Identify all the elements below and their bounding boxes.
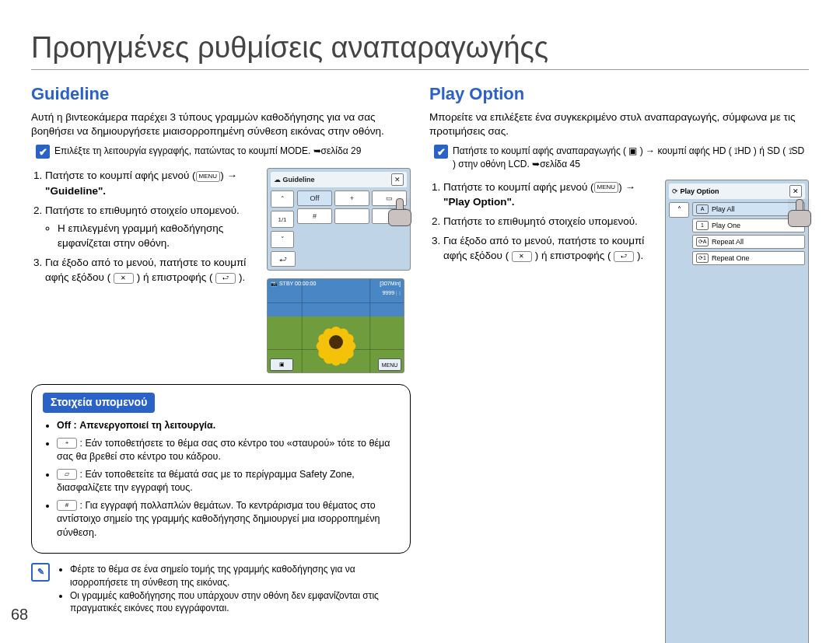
two-columns: Guideline Αυτή η βιντεοκάμερα παρέχει 3 … — [31, 84, 809, 643]
note-2: Οι γραμμές καθοδήγησης που υπάρχουν στην… — [70, 589, 411, 616]
preview-thumb-button[interactable]: ▣ — [270, 358, 293, 371]
step3c: ). — [239, 271, 245, 283]
play-option-intro: Μπορείτε να επιλέξετε ένα συγκεκριμένο σ… — [429, 110, 809, 138]
preview-menu-button[interactable]: MENU — [378, 358, 401, 371]
submenu-badge: Στοιχεία υπομενού — [43, 393, 155, 413]
cell-grid[interactable]: # — [297, 208, 332, 224]
sunflower-illustration — [315, 316, 357, 358]
hand-cursor-icon — [788, 199, 811, 227]
lcd-close-button[interactable]: ✕ — [391, 173, 404, 186]
lcd-back-button[interactable]: ⮐ — [271, 251, 296, 267]
play-steps: Πατήστε το κουμπί αφής μενού (MENU) → "P… — [429, 180, 657, 643]
lcd-title-row: ☁ Guideline ✕ — [271, 172, 407, 187]
menu-icon: MENU — [594, 182, 619, 193]
lcd-pager: 1/1 — [271, 211, 294, 228]
play-lcd-up[interactable]: ˄ — [669, 202, 689, 218]
page-number: 68 — [11, 606, 28, 624]
guideline-intro: Αυτή η βιντεοκάμερα παρέχει 3 τύπους γρα… — [31, 110, 411, 138]
close-icon: ✕ — [512, 251, 532, 262]
step1-text: Πατήστε το κουμπί αφής μενού — [45, 169, 189, 181]
mode-note-text: Επιλέξτε τη λειτουργία εγγραφής, πατώντα… — [54, 145, 361, 157]
guideline-steps: Πατήστε το κουμπί αφής μενού (MENU) → "G… — [31, 168, 259, 373]
pstep3b: ) ή επιστροφής ( — [535, 250, 611, 261]
guideline-notes: ✎ Φέρτε το θέμα σε ένα σημείο τομής της … — [31, 563, 411, 615]
check-icon: ✔ — [36, 145, 50, 159]
lcd-title: Guideline — [283, 176, 315, 183]
play-lcd-title: Play Option — [681, 187, 719, 195]
back-icon: ⮐ — [614, 251, 634, 262]
off-item: Off : Απενεργοποιεί τη λειτουργία. — [57, 420, 215, 431]
step3b: ) ή επιστροφής ( — [137, 271, 213, 283]
hand-cursor-icon — [388, 198, 411, 226]
guideline-submenu: Στοιχεία υπομενού Off : Απενεργοποιεί τη… — [31, 384, 411, 554]
lcd-down-button[interactable]: ˅ — [271, 231, 294, 248]
back-icon: ⮐ — [215, 273, 236, 284]
cross-item: : Εάν τοποθετήσετε το θέμα σας στο κέντρ… — [57, 438, 390, 463]
grid-item: : Για εγγραφή πολλαπλών θεμάτων. Το κεντ… — [57, 500, 380, 538]
play-option-lcd: ⟳ Play Option ✕ ˄ 1/1 ˅ APlay All 1Play … — [665, 180, 809, 643]
play-mode-note-text: Πατήστε το κουμπί αφής αναπαραγωγής ( ▣ … — [453, 145, 809, 169]
guideline-section: Guideline Αυτή η βιντεοκάμερα παρέχει 3 … — [31, 84, 411, 643]
pstep1a: Πατήστε το κουμπί αφής μενού — [443, 181, 587, 193]
note-icon: ✎ — [31, 563, 50, 582]
page-title: Προηγμένες ρυθμίσεις αναπαραγωγήςς — [31, 31, 809, 70]
guideline-steps-row: Πατήστε το κουμπί αφής μενού (MENU) → "G… — [31, 168, 411, 373]
lcd-up-button[interactable]: ˄ — [271, 190, 294, 208]
guideline-preview: 📷 STBY 00:00:00 [307Min] 9999 🀆 — [267, 278, 404, 373]
manual-page: Προηγμένες ρυθμίσεις αναπαραγωγήςς Guide… — [0, 0, 840, 643]
check-icon: ✔ — [434, 145, 448, 159]
step2-text: Πατήστε το επιθυμητό στοιχείο υπομενού. — [45, 204, 240, 216]
pstep2: Πατήστε το επιθυμητό στοιχείο υπομενού. — [443, 214, 657, 229]
cell-cross[interactable]: + — [334, 190, 369, 206]
play-option-section: Play Option Μπορείτε να επιλέξετε ένα συ… — [429, 84, 809, 643]
step2-sub: Η επιλεγμένη γραμμή καθοδήγησης εμφανίζε… — [58, 221, 259, 250]
guideline-lcd: ☁ Guideline ✕ ˄ 1/1 ˅ Off + — [267, 168, 411, 271]
pstep3c: ). — [637, 250, 643, 261]
cell-off[interactable]: Off — [297, 190, 332, 206]
play-lcd-close[interactable]: ✕ — [789, 185, 802, 197]
cross-icon: + — [57, 438, 77, 449]
close-icon: ✕ — [114, 273, 134, 284]
safety-item: : Εάν τοποθετείτε τα θέματά σας με το πε… — [57, 469, 355, 494]
play-steps-row: Πατήστε το κουμπί αφής μενού (MENU) → "P… — [429, 180, 809, 643]
guideline-heading: Guideline — [31, 84, 411, 104]
guideline-previews: ☁ Guideline ✕ ˄ 1/1 ˅ Off + — [267, 168, 411, 373]
grid-icon: # — [57, 500, 77, 511]
menu-icon: MENU — [196, 171, 221, 182]
note-1: Φέρτε το θέμα σε ένα σημείο τομής της γρ… — [70, 563, 411, 589]
preview-bottom-row: ▣ MENU — [270, 358, 401, 371]
play-option-heading: Play Option — [429, 84, 809, 104]
cell-empty1 — [334, 208, 369, 224]
play-lcd-pager: 1/1 — [669, 221, 840, 643]
mode-note: ✔ Επιλέξτε τη λειτουργία εγγραφής, πατών… — [36, 145, 411, 159]
play-mode-note: ✔ Πατήστε το κουμπί αφής αναπαραγωγής ( … — [434, 145, 809, 169]
safety-icon: ▱ — [57, 469, 77, 480]
